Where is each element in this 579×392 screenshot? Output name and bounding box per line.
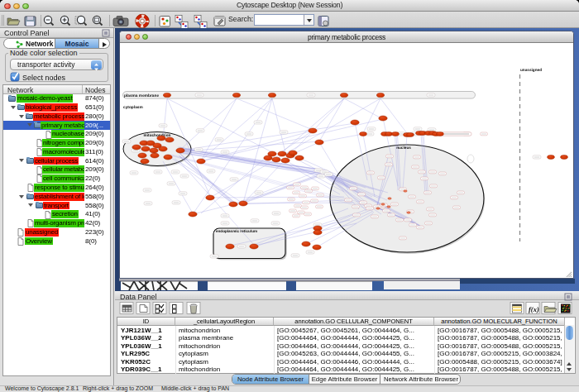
svg-text:nucleus: nucleus (396, 146, 411, 150)
svg-text:unassigned: unassigned (520, 68, 542, 72)
svg-text:cytoplasm: cytoplasm (123, 105, 143, 110)
svg-text:plasma membrane: plasma membrane (124, 93, 159, 98)
svg-text:f(x): f(x) (529, 305, 539, 313)
svg-text:mitochondrion: mitochondrion (144, 133, 171, 137)
svg-text:endoplasmic reticulum: endoplasmic reticulum (216, 229, 257, 233)
